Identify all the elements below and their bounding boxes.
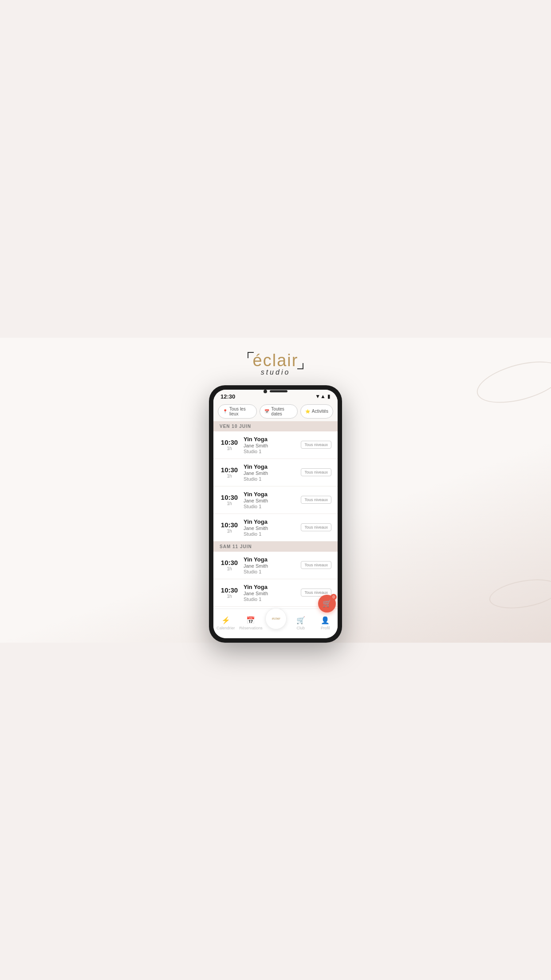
class-time: 10:30 1h (220, 439, 239, 451)
filter-dates[interactable]: 📅 Toutes dates (260, 404, 297, 419)
battery-icon: ▮ (327, 393, 331, 399)
phone-speaker (270, 390, 287, 392)
page-background: éclair studio 12:30 ▼▲ ▮ 📍 Tous les lieu… (0, 338, 551, 643)
class-info: Yin Yoga Jane Smith Studio 1 (244, 584, 301, 602)
nav-item-calendar[interactable]: ⚡ Calendrier (215, 616, 237, 630)
level-badge: Tous niveaux (301, 561, 331, 569)
day-header-sat: SAM 11 JUIN (213, 541, 338, 552)
phone-camera (264, 390, 267, 393)
phone-notch (264, 390, 287, 393)
bottom-nav: ⚡ Calendrier 📅 Réservations éclair 🛒 Clu… (213, 609, 338, 638)
nav-item-reservations[interactable]: 📅 Réservations (239, 616, 263, 630)
class-row[interactable]: 10:30 1h Yin Yoga Jane Smith Studio 1 To… (213, 431, 338, 459)
class-row[interactable]: 10:30 1h Yin Yoga Jane Smith Studio 1 To… (213, 486, 338, 514)
class-info: Yin Yoga Jane Smith Studio 1 (244, 518, 301, 537)
logo-area: éclair studio (253, 338, 299, 385)
location-icon: 📍 (223, 409, 228, 414)
nav-item-club[interactable]: 🛒 Club (290, 616, 312, 630)
nav-label-profile: Profil (321, 626, 330, 630)
nav-label-calendar: Calendrier (216, 626, 235, 630)
basket-fab[interactable]: 🛒 0 (318, 595, 336, 612)
reservations-nav-icon: 📅 (246, 616, 255, 624)
class-time: 10:30 1h (220, 466, 239, 478)
class-info: Yin Yoga Jane Smith Studio 1 (244, 556, 301, 574)
class-time: 10:30 1h (220, 494, 239, 506)
class-time: 10:30 1h (220, 521, 239, 533)
status-time: 12:30 (220, 393, 235, 400)
class-row[interactable]: 10:30 1h Yin Yoga Jane Smith Studio 1 To… (213, 552, 338, 579)
logo-text: éclair (253, 351, 299, 370)
class-info: Yin Yoga Jane Smith Studio 1 (244, 463, 301, 482)
profile-nav-icon: 👤 (321, 616, 330, 624)
calendar-icon: 📅 (264, 409, 269, 414)
schedule-content[interactable]: VEN 10 JUIN 10:30 1h Yin Yoga Jane Smith… (213, 421, 338, 609)
cart-nav-icon: 🛒 (296, 616, 305, 624)
class-row[interactable]: 10:30 1h Yin Yoga Jane Smith Studio 1 To… (213, 459, 338, 486)
nav-label-reservations: Réservations (239, 626, 263, 630)
star-icon: ⭐ (305, 409, 310, 414)
wifi-icon: ▼▲ (315, 393, 326, 399)
class-time: 10:30 1h (220, 586, 239, 599)
calendar-nav-icon: ⚡ (221, 616, 230, 624)
nav-label-club: Club (296, 626, 305, 630)
class-info: Yin Yoga Jane Smith Studio 1 (244, 491, 301, 509)
nav-item-home[interactable]: éclair (265, 608, 287, 629)
nav-item-profile[interactable]: 👤 Profil (314, 616, 336, 630)
decorative-wave-top (472, 353, 551, 411)
filter-location-label: Tous les lieux (229, 407, 252, 416)
decorative-wave-bottom (487, 574, 551, 613)
filter-activities-label: Activités (312, 409, 328, 414)
status-icons: ▼▲ ▮ (315, 393, 331, 399)
center-logo: éclair (272, 616, 280, 620)
filter-location[interactable]: 📍 Tous les lieux (218, 404, 257, 419)
level-badge: Tous niveaux (301, 468, 331, 476)
class-time: 10:30 1h (220, 559, 239, 571)
filter-bar: 📍 Tous les lieux 📅 Toutes dates ⭐ Activi… (213, 402, 338, 421)
home-button[interactable]: éclair (265, 608, 287, 629)
class-info: Yin Yoga Jane Smith Studio 1 (244, 436, 301, 454)
class-row[interactable]: 10:30 1h Yin Yoga Jane Smith Studio 1 To… (213, 514, 338, 541)
level-badge: Tous niveaux (301, 523, 331, 531)
day-header-fri: VEN 10 JUIN (213, 421, 338, 431)
filter-activities[interactable]: ⭐ Activités (300, 404, 333, 419)
filter-dates-label: Toutes dates (271, 407, 292, 416)
basket-count: 0 (331, 594, 337, 600)
level-badge: Tous niveaux (301, 496, 331, 504)
phone-screen: 12:30 ▼▲ ▮ 📍 Tous les lieux 📅 Toutes dat… (213, 390, 338, 638)
phone-frame: 12:30 ▼▲ ▮ 📍 Tous les lieux 📅 Toutes dat… (209, 385, 342, 643)
level-badge: Tous niveaux (301, 441, 331, 449)
